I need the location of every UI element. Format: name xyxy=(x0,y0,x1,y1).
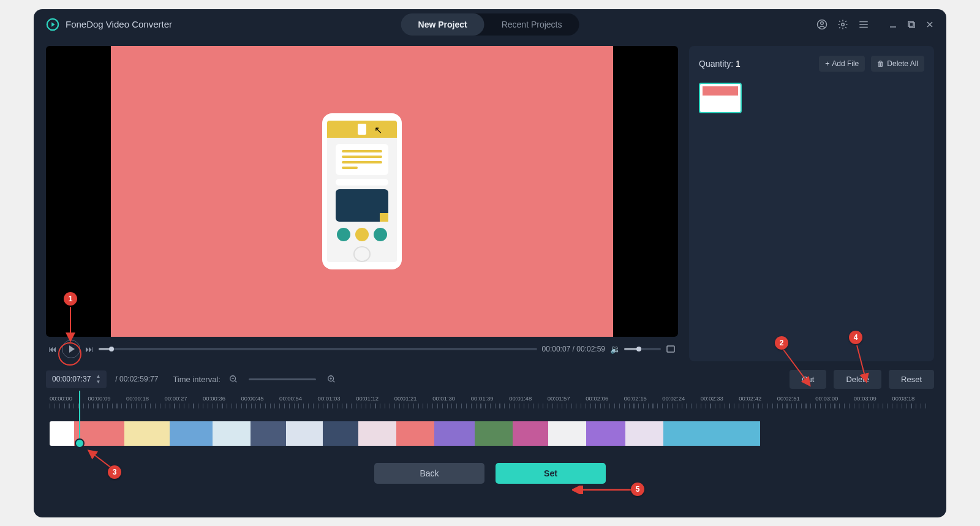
ruler-tick: 00:01:39 xyxy=(471,395,510,402)
minimize-button[interactable] xyxy=(889,20,897,29)
volume-icon[interactable]: 🔉 xyxy=(610,344,620,354)
timeline-segment[interactable] xyxy=(323,421,358,446)
bottom-bar: Back Set xyxy=(34,446,946,484)
total-duration: / 00:02:59:77 xyxy=(115,375,158,383)
zoom-slider[interactable] xyxy=(249,378,316,380)
time-spinner[interactable]: ▲ ▼ xyxy=(96,374,100,385)
plus-icon: + xyxy=(825,59,829,68)
timeline-segment[interactable] xyxy=(251,421,286,446)
ruler-tick: 00:02:06 xyxy=(586,395,624,402)
cursor-icon: ↖ xyxy=(374,124,382,136)
timeline-segment[interactable] xyxy=(737,421,760,446)
preview-frame: ↖ xyxy=(111,46,613,337)
callout-5: 5 xyxy=(631,483,644,496)
set-button[interactable]: Set xyxy=(496,463,606,484)
time-interval-label: Time interval: xyxy=(173,375,221,384)
ruler-tick: 00:00:00 xyxy=(50,395,88,402)
next-track-button[interactable]: ⏭ xyxy=(85,344,94,354)
user-icon[interactable] xyxy=(816,19,827,30)
highlight-play xyxy=(58,342,81,366)
progress-bar[interactable] xyxy=(99,348,537,350)
ruler-tick: 00:01:03 xyxy=(318,395,356,402)
timeline-segment[interactable] xyxy=(396,421,434,446)
trash-icon: 🗑 xyxy=(877,59,884,68)
timeline-segment[interactable] xyxy=(213,421,251,446)
ruler-tick: 00:02:51 xyxy=(777,395,816,402)
zoom-out-icon[interactable] xyxy=(229,375,238,383)
clip-panel: Quantity: 1 +Add File 🗑Delete All xyxy=(689,46,934,361)
phone-mockup: ↖ xyxy=(322,113,402,269)
ruler-tick: 00:03:18 xyxy=(892,395,930,402)
svg-rect-5 xyxy=(910,23,914,28)
clip-thumbnail[interactable] xyxy=(699,83,742,113)
timeline-clips[interactable] xyxy=(50,421,821,446)
timeline-segment[interactable] xyxy=(513,421,548,446)
window-controls xyxy=(816,19,934,30)
timeline-ruler: 00:00:0000:00:0900:00:1800:00:2700:00:36… xyxy=(34,395,946,402)
timeline-segment[interactable] xyxy=(625,421,663,446)
add-file-button[interactable]: +Add File xyxy=(819,56,865,72)
ruler-tick: 00:03:09 xyxy=(854,395,892,402)
playback-time: 00:00:07 / 00:02:59 xyxy=(542,345,605,353)
playhead[interactable] xyxy=(79,391,80,443)
reset-button[interactable]: Reset xyxy=(889,370,934,389)
menu-icon[interactable] xyxy=(858,19,869,30)
back-button[interactable]: Back xyxy=(374,463,484,484)
app-title: FoneDog Video Converter xyxy=(66,19,172,29)
callout-4: 4 xyxy=(849,331,862,344)
maximize-button[interactable] xyxy=(907,20,916,29)
arrow-5 xyxy=(572,486,633,494)
timeline-segment[interactable] xyxy=(286,421,323,446)
current-time-input[interactable]: 00:00:07:37 ▲ ▼ xyxy=(46,370,107,388)
timeline-area[interactable] xyxy=(34,402,946,446)
prev-track-button[interactable]: ⏮ xyxy=(48,344,57,354)
svg-point-2 xyxy=(821,21,824,24)
volume-control[interactable]: 🔉 xyxy=(610,344,661,354)
timeline-segment[interactable] xyxy=(475,421,513,446)
tab-recent-projects[interactable]: Recent Projects xyxy=(484,13,579,36)
app-window: FoneDog Video Converter New Project Rece… xyxy=(34,9,946,517)
callout-1: 1 xyxy=(64,292,77,306)
arrow-4 xyxy=(853,343,872,385)
fullscreen-button[interactable] xyxy=(666,344,676,354)
project-tabs: New Project Recent Projects xyxy=(401,13,579,36)
callout-2: 2 xyxy=(775,336,788,350)
main-area: ↖ ⏮ xyxy=(34,40,946,361)
spin-down-icon[interactable]: ▼ xyxy=(96,380,100,385)
svg-rect-6 xyxy=(667,346,674,352)
timeline-segment[interactable] xyxy=(434,421,475,446)
arrow-1 xyxy=(66,306,78,344)
ruler-tick: 00:00:27 xyxy=(165,395,203,402)
timeline-segment[interactable] xyxy=(548,421,586,446)
close-button[interactable] xyxy=(925,20,934,29)
timeline-segment[interactable] xyxy=(358,421,396,446)
ruler-tick: 00:00:09 xyxy=(88,395,127,402)
delete-all-button[interactable]: 🗑Delete All xyxy=(871,56,924,72)
ruler-tick: 00:01:30 xyxy=(432,395,471,402)
ruler-tick: 00:02:15 xyxy=(624,395,663,402)
ruler-tick: 00:00:36 xyxy=(203,395,241,402)
timeline-segment[interactable] xyxy=(586,421,625,446)
ruler-tick: 00:00:18 xyxy=(126,395,165,402)
ruler-tick: 00:01:12 xyxy=(356,395,394,402)
ruler-tick: 00:01:48 xyxy=(509,395,548,402)
logo-icon xyxy=(46,18,59,31)
spin-up-icon[interactable]: ▲ xyxy=(96,374,100,379)
ruler-tick: 00:03:00 xyxy=(815,395,854,402)
ruler-tick: 00:00:45 xyxy=(241,395,280,402)
timeline-segment[interactable] xyxy=(663,421,737,446)
callout-3: 3 xyxy=(108,465,121,479)
ruler-tick: 00:02:42 xyxy=(739,395,777,402)
zoom-in-icon[interactable] xyxy=(327,375,336,383)
quantity-label: Quantity: 1 xyxy=(699,59,741,69)
playhead-handle[interactable] xyxy=(75,438,85,448)
arrow-2 xyxy=(780,347,814,390)
svg-point-3 xyxy=(842,23,845,26)
tab-new-project[interactable]: New Project xyxy=(401,13,484,36)
ruler-tick: 00:02:33 xyxy=(701,395,739,402)
ruler-tick: 00:01:57 xyxy=(548,395,586,402)
settings-icon[interactable] xyxy=(837,19,848,30)
timeline-segment[interactable] xyxy=(50,421,74,446)
timeline-segment[interactable] xyxy=(170,421,213,446)
timeline-segment[interactable] xyxy=(124,421,170,446)
